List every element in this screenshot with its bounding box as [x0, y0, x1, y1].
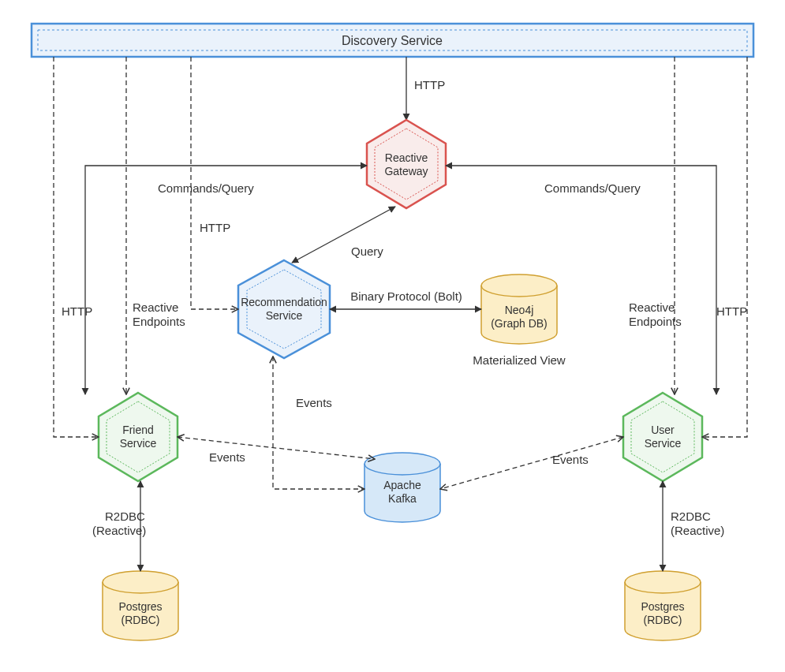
svg-point-10 — [481, 274, 557, 297]
kafka-node: Apache Kafka — [364, 453, 440, 522]
svg-text:Recommendation: Recommendation — [241, 296, 327, 308]
edge-gateway-rec-label: Query — [351, 245, 383, 258]
svg-text:Postgres: Postgres — [641, 600, 684, 613]
edge-gateway-user-label: Commands/Query — [544, 181, 641, 195]
reactive-gateway-node: Reactive Gateway — [367, 120, 446, 208]
edge-discovery-friend-http-label: HTTP — [62, 304, 92, 318]
edge-rec-kafka — [273, 357, 364, 489]
edge-friend-postgres-label1: R2DBC — [105, 510, 145, 523]
svg-text:Service: Service — [120, 437, 157, 450]
svg-text:Kafka: Kafka — [388, 492, 417, 505]
edge-friend-kafka-label: Events — [209, 450, 245, 464]
svg-text:Service: Service — [645, 437, 682, 450]
edge-user-kafka-label: Events — [552, 453, 589, 466]
edge-discovery-user-reactive-label2: Endpoints — [629, 315, 682, 328]
edge-user-postgres-label1: R2DBC — [671, 510, 711, 523]
svg-marker-2 — [367, 120, 446, 208]
edge-discovery-friend-http — [54, 57, 99, 437]
edge-gateway-friend — [85, 166, 367, 394]
recommendation-service-node: Recommendation Service — [238, 260, 330, 358]
svg-text:(RDBC): (RDBC) — [121, 614, 160, 626]
edge-discovery-gateway-label: HTTP — [414, 78, 445, 91]
edge-rec-kafka-label: Events — [296, 396, 332, 409]
edge-user-postgres-label2: (Reactive) — [671, 524, 724, 537]
svg-point-21 — [364, 453, 440, 475]
svg-text:Neo4j: Neo4j — [505, 304, 534, 316]
svg-text:Postgres: Postgres — [118, 600, 162, 613]
neo4j-caption: Materialized View — [473, 353, 565, 367]
svg-point-27 — [625, 571, 701, 593]
svg-text:(Graph DB): (Graph DB) — [491, 317, 548, 330]
edge-discovery-rec-label: HTTP — [200, 221, 230, 234]
edge-gateway-friend-label: Commands/Query — [158, 181, 254, 195]
svg-text:Apache: Apache — [383, 479, 421, 491]
svg-text:Service: Service — [266, 309, 303, 322]
postgres-left-node: Postgres (RDBC) — [103, 571, 178, 640]
svg-text:(RDBC): (RDBC) — [644, 614, 682, 626]
user-service-node: User Service — [623, 393, 702, 481]
postgres-right-node: Postgres (RDBC) — [625, 571, 701, 640]
neo4j-node: Neo4j (Graph DB) Materialized View — [473, 274, 565, 367]
svg-text:Friend: Friend — [122, 424, 154, 436]
friend-service-node: Friend Service — [99, 393, 178, 481]
edge-friend-postgres-label2: (Reactive) — [92, 524, 146, 537]
edge-user-kafka — [440, 437, 623, 489]
edge-discovery-user-reactive-label1: Reactive — [629, 301, 675, 314]
edge-discovery-friend-reactive-label1: Reactive — [133, 301, 178, 314]
svg-text:Reactive: Reactive — [385, 151, 428, 164]
edge-rec-neo4j-label: Binary Protocol (Bolt) — [350, 289, 462, 303]
edge-discovery-user-http — [702, 57, 747, 437]
svg-text:Gateway: Gateway — [384, 165, 428, 177]
architecture-diagram: Discovery Service HTTP Reactive Gateway … — [0, 0, 785, 672]
discovery-service-node: Discovery Service — [32, 24, 753, 57]
edge-friend-kafka — [178, 437, 375, 459]
svg-text:User: User — [651, 424, 675, 436]
edge-discovery-user-http-label: HTTP — [716, 304, 747, 318]
svg-point-24 — [103, 571, 178, 593]
discovery-label: Discovery Service — [342, 34, 443, 47]
edge-discovery-friend-reactive-label2: Endpoints — [133, 315, 185, 328]
